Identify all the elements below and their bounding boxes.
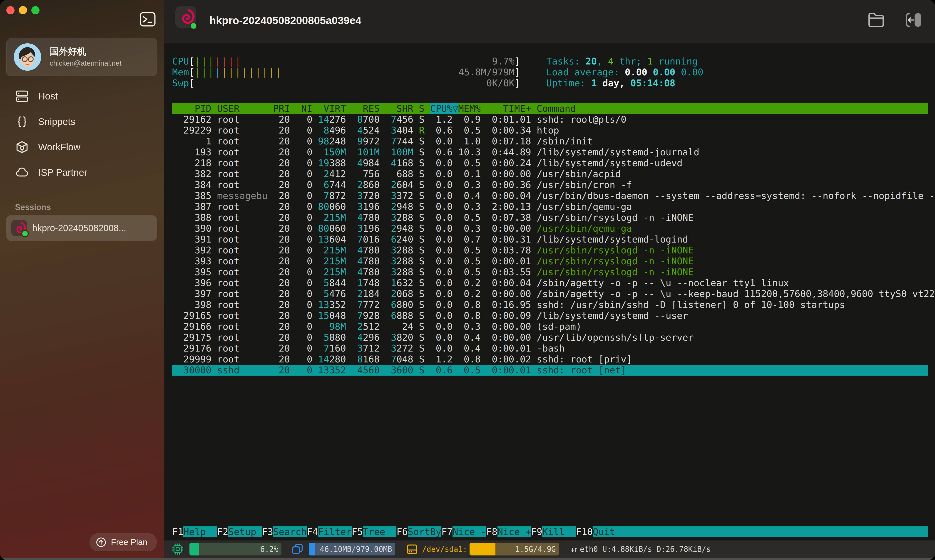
free-plan-label: Free Plan: [111, 537, 148, 547]
sidebar-item-label: Host: [38, 91, 58, 102]
process-row[interactable]: 397 root 20 0 5476 2184 2068 S 0.0 0.2 0…: [172, 288, 928, 299]
process-row[interactable]: 392 root 20 0 215M 4780 3288 S 0.0 0.5 0…: [172, 245, 928, 256]
process-row[interactable]: 391 root 20 0 13604 7016 6240 S 0.0 0.7 …: [172, 234, 928, 245]
process-row[interactable]: 29162 root 20 0 14276 8700 7456 S 1.2 0.…: [172, 114, 928, 125]
cpu-chip-icon: [172, 543, 183, 555]
process-row[interactable]: 218 root 20 0 19388 4984 4168 S 0.0 0.5 …: [172, 158, 928, 169]
memory-usage-value: 46.10MB/979.00MB: [320, 545, 392, 554]
cube-icon: [15, 141, 29, 154]
session-title: hkpro-20240508200805a039e4: [209, 14, 361, 26]
fn-f5[interactable]: F5Tree: [352, 526, 396, 537]
avatar: [14, 43, 41, 71]
sidebar-menu: Host Snippets WorkFlow: [6, 83, 157, 185]
cpu-usage-gauge: 6.2%: [189, 543, 282, 555]
sessions-section-label: Sessions: [15, 203, 51, 212]
process-row[interactable]: 398 root 20 0 13352 7772 6800 S 0.0 0.8 …: [172, 299, 928, 310]
sidebar-item-label: WorkFlow: [38, 142, 80, 152]
fn-f3[interactable]: F3Search: [262, 526, 307, 537]
network-speed-text: eth0 U:4.88KiB/s D:26.78KiB/s: [580, 545, 710, 554]
online-status-dot: [22, 230, 29, 237]
sidebar-toggle-icon: [904, 12, 922, 28]
debian-icon: [176, 6, 196, 28]
fn-f8[interactable]: F8Nice +: [486, 526, 531, 537]
online-status-dot: [190, 22, 197, 29]
debian-icon: [11, 220, 27, 236]
new-terminal-button[interactable]: [140, 12, 156, 27]
minimize-button[interactable]: [19, 6, 27, 14]
folder-icon: [867, 12, 885, 28]
fn-f10[interactable]: F10Quit: [576, 526, 626, 537]
process-row[interactable]: 29999 root 20 0 14280 8168 7048 S 1.2 0.…: [172, 354, 928, 365]
app-window: 国外好机 chicken@aterminal.net Host Snippets: [0, 0, 935, 560]
braces-icon: [15, 115, 29, 128]
main-area: hkpro-20240508200805a039e4: [164, 0, 935, 560]
memory-usage-gauge: 46.10MB/979.00MB: [309, 543, 395, 555]
process-row[interactable]: 193 root 20 0 150M 101M 100M S 0.6 10.3 …: [172, 147, 928, 158]
free-plan-button[interactable]: Free Plan: [89, 533, 157, 551]
session-name: hkpro-202405082008...: [32, 223, 126, 233]
process-row[interactable]: 382 root 20 0 2412 756 688 S 0.0 0.1 0:0…: [172, 169, 928, 179]
session-item[interactable]: hkpro-202405082008...: [6, 215, 157, 241]
network-status: ↓↑ eth0 U:4.88KiB/s D:26.78KiB/s: [570, 545, 711, 554]
profile-name: 国外好机: [50, 45, 86, 58]
window-controls: [6, 6, 40, 14]
circle-arrow-up-icon: [96, 537, 106, 548]
profile-card[interactable]: 国外好机 chicken@aterminal.net: [6, 38, 157, 76]
process-row[interactable]: 396 root 20 0 5844 1748 1632 S 0.0 0.2 0…: [172, 277, 928, 288]
process-table-header[interactable]: PID USER PRI NI VIRT RES SHR S CPU%▽MEM%…: [172, 103, 928, 114]
process-row[interactable]: 388 root 20 0 215M 4780 3288 S 0.0 0.5 0…: [172, 212, 928, 223]
process-row[interactable]: 384 root 20 0 6744 2860 2604 S 0.0 0.3 0…: [172, 179, 928, 190]
sftp-folder-button[interactable]: [867, 12, 885, 28]
process-table-body: 29162 root 20 0 14276 8700 7456 S 1.2 0.…: [172, 114, 928, 375]
disk-partition-label: /dev/sda1:: [422, 545, 467, 554]
fn-bar-fill: [627, 526, 928, 537]
titlebar: hkpro-20240508200805a039e4: [164, 0, 935, 43]
process-row[interactable]: 29229 root 20 0 8496 4524 3404 R 0.6 0.5…: [172, 125, 928, 136]
close-button[interactable]: [6, 6, 15, 14]
cloud-icon: [15, 166, 29, 179]
process-row[interactable]: 1 root 20 0 98248 9972 7744 S 0.0 1.0 0:…: [172, 136, 928, 147]
fn-f7[interactable]: F7Nice -: [441, 526, 486, 537]
fn-f4[interactable]: F4Filter: [307, 526, 351, 537]
fn-f1[interactable]: F1Help: [172, 526, 217, 537]
process-row[interactable]: 30000 sshd 20 0 13352 4560 3600 S 0.6 0.…: [172, 365, 928, 375]
sidebar-item-label: ISP Partner: [38, 167, 87, 178]
status-bar: 6.2% 46.10MB/979.00MB /dev/sda1: 1.5G/4.…: [164, 540, 935, 558]
memory-copy-icon: [291, 543, 303, 555]
profile-email: chicken@aterminal.net: [50, 59, 122, 68]
toggle-sidebar-button[interactable]: [904, 12, 922, 28]
process-row[interactable]: 29166 root 20 0 98M 2512 24 S 0.0 0.3 0:…: [172, 321, 928, 332]
sidebar-item-snippets[interactable]: Snippets: [6, 109, 157, 134]
process-table: PID USER PRI NI VIRT RES SHR S CPU%▽MEM%…: [172, 103, 928, 375]
process-row[interactable]: 385 messagebu 20 0 7872 3720 3372 S 0.0 …: [172, 190, 928, 201]
sidebar-item-workflow[interactable]: WorkFlow: [6, 134, 157, 160]
process-row[interactable]: 390 root 20 0 80060 3196 2948 S 0.0 0.3 …: [172, 223, 928, 234]
function-key-bar[interactable]: F1Help F2Setup F3SearchF4FilterF5Tree F6…: [172, 526, 928, 537]
window-bottom-edge: [0, 558, 935, 560]
process-row[interactable]: 29176 root 20 0 7160 3712 3272 S 0.0 0.4…: [172, 343, 928, 354]
process-row[interactable]: 393 root 20 0 215M 4780 3288 S 0.0 0.5 0…: [172, 256, 928, 266]
disk-usage-value: 1.5G/4.9G: [515, 545, 556, 554]
network-updown-icon: ↓↑: [570, 545, 577, 554]
fn-f9[interactable]: F9Kill: [531, 526, 576, 537]
server-icon: [15, 90, 29, 103]
sidebar-item-label: Snippets: [38, 116, 75, 127]
zoom-button[interactable]: [31, 6, 40, 14]
terminal-screen[interactable]: CPU[|||||||9.7%]Mem[|||||||||||||45.8M/9…: [164, 43, 935, 540]
terminal-icon: [140, 12, 156, 27]
htop-header: CPU[|||||||9.7%]Mem[|||||||||||||45.8M/9…: [172, 56, 928, 89]
process-row[interactable]: 29165 root 20 0 15048 7928 6888 S 0.0 0.…: [172, 310, 928, 321]
process-row[interactable]: 29175 root 20 0 5880 4296 3820 S 0.0 0.4…: [172, 332, 928, 343]
process-row[interactable]: 395 root 20 0 215M 4780 3288 S 0.0 0.5 0…: [172, 266, 928, 277]
sidebar: 国外好机 chicken@aterminal.net Host Snippets: [0, 0, 164, 560]
cpu-usage-value: 6.2%: [260, 545, 278, 554]
sidebar-item-host[interactable]: Host: [6, 83, 157, 109]
disk-usage-gauge: 1.5G/4.9G: [470, 543, 559, 555]
process-row[interactable]: 387 root 20 0 80060 3196 2948 S 0.0 0.3 …: [172, 201, 928, 212]
disk-drive-icon: [406, 543, 418, 555]
fn-f2[interactable]: F2Setup: [217, 526, 262, 537]
sidebar-item-isp-partner[interactable]: ISP Partner: [6, 160, 157, 185]
htop-info: Tasks: 20, 4 thr; 1 runningLoad average:…: [546, 56, 703, 89]
fn-f6[interactable]: F6SortBy: [396, 526, 441, 537]
